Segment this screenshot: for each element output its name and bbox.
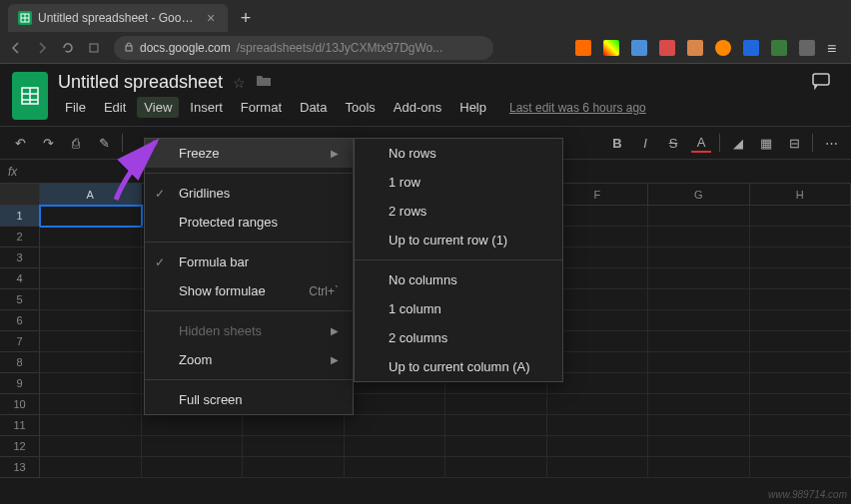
- cell[interactable]: [345, 436, 446, 457]
- menu-protected-ranges[interactable]: Protected ranges: [145, 208, 353, 237]
- cell[interactable]: [547, 436, 649, 457]
- last-edit-link[interactable]: Last edit was 6 hours ago: [509, 101, 646, 115]
- italic-button[interactable]: I: [635, 133, 655, 153]
- bold-button[interactable]: B: [607, 133, 627, 153]
- ext-icon[interactable]: [659, 40, 675, 56]
- freeze-no-cols[interactable]: No columns: [355, 265, 562, 294]
- col-header[interactable]: G: [648, 184, 750, 206]
- cell[interactable]: [445, 394, 547, 415]
- cell[interactable]: [40, 373, 142, 394]
- cell[interactable]: [750, 457, 852, 478]
- cell[interactable]: [750, 394, 852, 415]
- cell[interactable]: [750, 436, 852, 457]
- home-button[interactable]: [86, 40, 102, 56]
- star-icon[interactable]: ☆: [233, 75, 246, 91]
- cell[interactable]: [40, 206, 142, 227]
- row-header[interactable]: 5: [0, 289, 40, 310]
- cell[interactable]: [40, 415, 142, 436]
- cell[interactable]: [750, 373, 852, 394]
- menu-edit[interactable]: Edit: [97, 97, 133, 118]
- cell[interactable]: [40, 310, 142, 331]
- undo-button[interactable]: ↶: [10, 133, 30, 153]
- cell[interactable]: [243, 436, 345, 457]
- cell[interactable]: [648, 331, 750, 352]
- menu-format[interactable]: Format: [234, 97, 289, 118]
- close-icon[interactable]: ×: [204, 11, 218, 25]
- cell[interactable]: [750, 331, 852, 352]
- forward-button[interactable]: [34, 40, 50, 56]
- cell[interactable]: [243, 415, 345, 436]
- cell[interactable]: [40, 352, 142, 373]
- paint-format-button[interactable]: ✎: [94, 133, 114, 153]
- menu-help[interactable]: Help: [452, 97, 493, 118]
- cell[interactable]: [648, 373, 750, 394]
- row-header[interactable]: 6: [0, 310, 40, 331]
- cell[interactable]: [648, 248, 750, 268]
- select-all-corner[interactable]: [0, 184, 40, 206]
- ext-icon[interactable]: [687, 40, 703, 56]
- cell[interactable]: [648, 289, 750, 310]
- cell[interactable]: [648, 415, 750, 436]
- cell[interactable]: [40, 248, 142, 268]
- menu-file[interactable]: File: [58, 97, 93, 118]
- cell[interactable]: [750, 268, 852, 289]
- ext-icon[interactable]: [743, 40, 759, 56]
- row-header[interactable]: 13: [0, 457, 40, 478]
- row-header[interactable]: 1: [0, 206, 40, 227]
- menu-show-formulae[interactable]: Show formulaeCtrl+`: [145, 276, 353, 305]
- menu-tools[interactable]: Tools: [338, 97, 382, 118]
- freeze-up-to-col[interactable]: Up to current column (A): [355, 352, 562, 381]
- strike-button[interactable]: S: [663, 133, 683, 153]
- row-header[interactable]: 4: [0, 268, 40, 289]
- cell[interactable]: [750, 227, 852, 248]
- cell[interactable]: [345, 457, 446, 478]
- ext-icon[interactable]: [715, 40, 731, 56]
- cell[interactable]: [750, 310, 852, 331]
- row-header[interactable]: 3: [0, 248, 40, 268]
- freeze-2-rows[interactable]: 2 rows: [355, 197, 562, 226]
- cell[interactable]: [648, 310, 750, 331]
- cell[interactable]: [648, 268, 750, 289]
- row-header[interactable]: 8: [0, 352, 40, 373]
- cell[interactable]: [40, 457, 142, 478]
- row-header[interactable]: 7: [0, 331, 40, 352]
- freeze-no-rows[interactable]: No rows: [355, 139, 562, 168]
- ext-icon[interactable]: [771, 40, 787, 56]
- doc-title[interactable]: Untitled spreadsheet: [58, 72, 223, 93]
- cell[interactable]: [345, 394, 446, 415]
- more-button[interactable]: ⋯: [821, 133, 841, 153]
- cell[interactable]: [243, 457, 345, 478]
- col-header[interactable]: H: [750, 184, 852, 206]
- ext-icon[interactable]: [631, 40, 647, 56]
- ext-icon[interactable]: [603, 40, 619, 56]
- cell[interactable]: [750, 206, 852, 227]
- menu-freeze[interactable]: Freeze▶: [145, 139, 353, 168]
- fill-color-button[interactable]: ◢: [728, 133, 748, 153]
- back-button[interactable]: [8, 40, 24, 56]
- cell[interactable]: [142, 415, 244, 436]
- cell[interactable]: [445, 415, 547, 436]
- row-header[interactable]: 2: [0, 227, 40, 248]
- menu-full-screen[interactable]: Full screen: [145, 385, 353, 414]
- cell[interactable]: [648, 457, 750, 478]
- row-header[interactable]: 11: [0, 415, 40, 436]
- row-header[interactable]: 10: [0, 394, 40, 415]
- text-color-button[interactable]: A: [691, 133, 711, 153]
- cell[interactable]: [445, 457, 547, 478]
- browser-tab[interactable]: Untitled spreadsheet - Google Sh... ×: [8, 4, 228, 32]
- cell[interactable]: [142, 457, 244, 478]
- freeze-1-col[interactable]: 1 column: [355, 294, 562, 323]
- cell[interactable]: [750, 415, 852, 436]
- cell[interactable]: [750, 289, 852, 310]
- cell[interactable]: [648, 352, 750, 373]
- cell[interactable]: [648, 436, 750, 457]
- cell[interactable]: [750, 248, 852, 268]
- row-header[interactable]: 9: [0, 373, 40, 394]
- menu-gridlines[interactable]: ✓Gridlines: [145, 179, 353, 208]
- cell[interactable]: [40, 268, 142, 289]
- cell[interactable]: [40, 394, 142, 415]
- cell[interactable]: [445, 436, 547, 457]
- print-button[interactable]: ⎙: [66, 133, 86, 153]
- new-tab-button[interactable]: +: [234, 6, 258, 30]
- col-header[interactable]: A: [40, 184, 142, 206]
